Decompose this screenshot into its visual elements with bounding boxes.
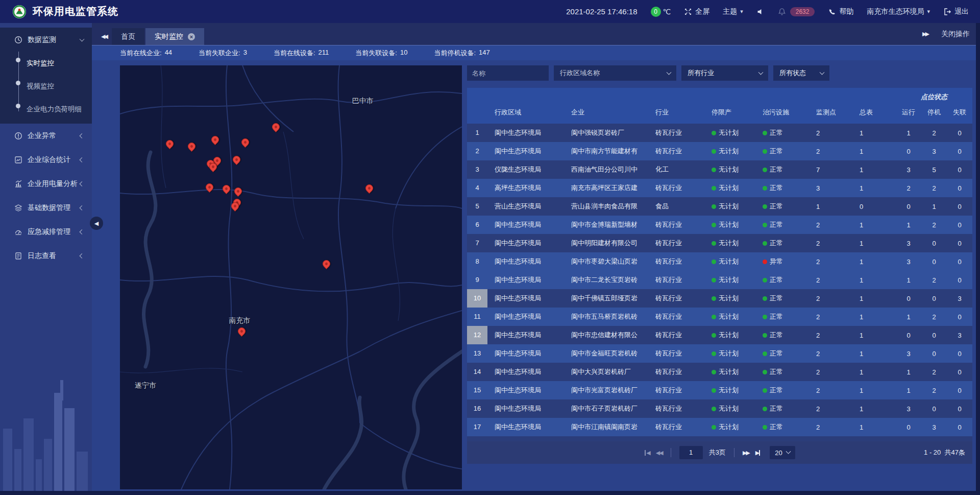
table-row[interactable]: 14阆中生态环境局阆中大兴页岩机砖厂砖瓦行业无计划正常21120 bbox=[467, 363, 972, 381]
clock-icon bbox=[14, 36, 22, 44]
table-row[interactable]: 10阆中生态环境局阆中千佛镇五郎垭页岩砖瓦行业无计划正常21003 bbox=[467, 289, 972, 308]
tabs-scroll-right-button[interactable]: ▶▶ bbox=[922, 31, 928, 37]
datetime: 2021-02-25 17:46:18 bbox=[566, 7, 637, 16]
table-row[interactable]: 16阆中生态环境局阆中市石子页岩机砖厂砖瓦行业无计划正常21300 bbox=[467, 399, 972, 418]
sidebar-subitem-power-load-detail[interactable]: 企业电力负荷明细 bbox=[0, 98, 92, 121]
cell-company: 阆中市江南镇阆南页岩 bbox=[564, 422, 648, 432]
page-size-select[interactable]: 20 bbox=[770, 446, 795, 459]
stat-item: 当前失联设备:10 bbox=[355, 49, 407, 58]
status-filter-select[interactable]: 所有状态 bbox=[773, 65, 829, 81]
cell-facility-status: 正常 bbox=[755, 331, 809, 340]
table-row[interactable]: 13阆中生态环境局阆中市金福旺页岩机砖砖瓦行业无计划正常21300 bbox=[467, 344, 972, 363]
sidebar-item-emergency[interactable]: 应急减排管理 bbox=[0, 220, 92, 244]
industry-filter-select[interactable]: 所有行业 bbox=[681, 65, 768, 81]
table-row[interactable]: 12阆中生态环境局阆中市忠信建材有限公砖瓦行业无计划正常21003 bbox=[467, 326, 972, 344]
chevron-down-icon: ▾ bbox=[740, 8, 743, 15]
tab-realtime-monitor[interactable]: 实时监控 × bbox=[145, 28, 204, 45]
first-page-button[interactable]: ◀ bbox=[644, 450, 649, 456]
table-row[interactable]: 2阆中生态环境局阆中市南方节能建材有砖瓦行业无计划正常21030 bbox=[467, 142, 972, 160]
close-operations-button[interactable]: 关闭操作 bbox=[941, 30, 970, 39]
row-index: 11 bbox=[467, 308, 487, 326]
theme-dropdown[interactable]: 主题 ▾ bbox=[723, 7, 743, 16]
table-row[interactable]: 5营山生态环境局营山县润丰肉食品有限食品无计划正常10010 bbox=[467, 197, 972, 216]
cell-total-meters: 1 bbox=[852, 276, 896, 284]
page-scrollbar-horizontal[interactable] bbox=[0, 491, 980, 495]
cell-lost: 0 bbox=[947, 129, 972, 137]
phone-icon bbox=[828, 8, 836, 16]
table-row[interactable]: 9阆中生态环境局阆中市二龙长宝页岩砖砖瓦行业无计划正常21120 bbox=[467, 271, 972, 289]
logout-label: 退出 bbox=[954, 7, 969, 16]
row-index: 17 bbox=[467, 418, 487, 436]
cell-industry: 砖瓦行业 bbox=[648, 147, 704, 156]
tab-close-icon[interactable]: × bbox=[188, 33, 195, 40]
sidebar-collapse-button[interactable]: ◀ bbox=[90, 217, 103, 230]
status-dot-icon bbox=[712, 241, 716, 246]
tabs-scroll-left-button[interactable]: ◀◀ bbox=[96, 28, 112, 45]
table-row[interactable]: 4高坪生态环境局南充市高坪区王家店建砖瓦行业无计划正常31220 bbox=[467, 179, 972, 197]
table-row[interactable]: 7阆中生态环境局阆中明阳建材有限公司砖瓦行业无计划正常21300 bbox=[467, 234, 972, 252]
map-roads bbox=[120, 65, 462, 489]
notifications-button[interactable]: 2632 bbox=[778, 7, 815, 16]
cell-facility-status: 正常 bbox=[755, 349, 809, 358]
region-filter-select[interactable]: 行政区域名称 bbox=[554, 65, 676, 81]
help-button[interactable]: 帮助 bbox=[828, 7, 853, 16]
org-dropdown[interactable]: 南充市生态环境局 ▾ bbox=[867, 7, 930, 16]
table-row[interactable]: 18南部生态环境局南部县砖兴水泥有限公建材行业无计划正常20020 bbox=[467, 436, 972, 441]
map-panel[interactable]: 巴中市南充市遂宁市 bbox=[120, 65, 462, 489]
cell-limit-status: 无计划 bbox=[704, 147, 755, 156]
table-row[interactable]: 17阆中生态环境局阆中市江南镇阆南页岩砖瓦行业无计划正常21030 bbox=[467, 418, 972, 436]
cell-company: 阆中明阳建材有限公司 bbox=[564, 239, 648, 248]
status-dot-icon bbox=[712, 333, 716, 338]
table-row[interactable]: 3仪陇生态环境局西南油气田分公司川中化工无计划正常71350 bbox=[467, 160, 972, 179]
cell-company: 南充市高坪区王家店建 bbox=[564, 183, 648, 193]
cell-running: 1 bbox=[896, 368, 921, 376]
cell-industry: 砖瓦行业 bbox=[648, 275, 704, 285]
last-page-button[interactable]: ▶ bbox=[755, 450, 761, 456]
map-city-label: 巴中市 bbox=[352, 97, 374, 106]
sidebar-subitem-video[interactable]: 视频监控 bbox=[0, 75, 92, 98]
table-row[interactable]: 1阆中生态环境局阆中强锐页岩砖厂砖瓦行业无计划正常21120 bbox=[467, 124, 972, 142]
chevron-left-icon bbox=[80, 157, 85, 162]
prev-page-button[interactable]: ◀◀ bbox=[656, 450, 663, 456]
table-row[interactable]: 6阆中生态环境局阆中市金博瑞新型墙材砖瓦行业无计划正常21120 bbox=[467, 216, 972, 234]
cell-limit-status: 无计划 bbox=[704, 275, 755, 285]
page-size-value: 20 bbox=[775, 449, 782, 457]
table-body: 1阆中生态环境局阆中强锐页岩砖厂砖瓦行业无计划正常211202阆中生态环境局阆中… bbox=[467, 124, 972, 441]
page-scrollbar-vertical[interactable] bbox=[976, 23, 980, 495]
cell-stopped: 1 bbox=[921, 203, 947, 210]
tab-home[interactable]: 首页 bbox=[112, 28, 144, 45]
tab-label: 首页 bbox=[121, 32, 135, 41]
cell-stopped: 2 bbox=[921, 276, 947, 284]
cell-facility-status: 正常 bbox=[755, 367, 809, 376]
sidebar-subitem-realtime[interactable]: 实时监控 bbox=[0, 52, 92, 75]
sidebar-item-power-analysis[interactable]: 企业用电量分析 bbox=[0, 172, 92, 196]
logout-button[interactable]: 退出 bbox=[943, 7, 969, 16]
mute-button[interactable] bbox=[756, 8, 765, 16]
table-row[interactable]: 8阆中生态环境局阆中市枣碧大梁山页岩砖瓦行业无计划异常21300 bbox=[467, 252, 972, 271]
cell-facility-status: 正常 bbox=[755, 165, 809, 174]
cell-facility-status: 正常 bbox=[755, 386, 809, 395]
chart-icon bbox=[14, 180, 22, 188]
sidebar-item-enterprise-stats[interactable]: 企业综合统计 bbox=[0, 148, 92, 172]
points-status-group-header: 点位状态 bbox=[896, 92, 972, 102]
status-dot-icon bbox=[763, 168, 767, 172]
table-row[interactable]: 11阆中生态环境局阆中市五马桥页岩机砖砖瓦行业无计划正常21120 bbox=[467, 308, 972, 326]
cell-industry: 砖瓦行业 bbox=[648, 404, 704, 413]
stats-icon bbox=[14, 156, 22, 164]
cell-limit-status: 无计划 bbox=[704, 349, 755, 358]
cell-total-meters: 1 bbox=[852, 240, 896, 247]
sidebar-item-base-data[interactable]: 基础数据管理 bbox=[0, 196, 92, 220]
cell-stopped: 2 bbox=[921, 184, 947, 192]
col-header: 治污设施 bbox=[755, 108, 809, 124]
sidebar-item-logs[interactable]: 日志查看 bbox=[0, 244, 92, 268]
cell-lost: 0 bbox=[947, 387, 972, 394]
next-page-button[interactable]: ▶▶ bbox=[743, 450, 749, 456]
cell-monitor-points: 2 bbox=[809, 387, 852, 394]
sidebar-item-data-monitor[interactable]: 数据监测 bbox=[0, 28, 92, 52]
cell-lost: 0 bbox=[947, 350, 972, 358]
sidebar-item-enterprise-abnormal[interactable]: 企业异常 bbox=[0, 124, 92, 148]
name-filter-input[interactable] bbox=[467, 65, 549, 81]
table-row[interactable]: 15阆中生态环境局阆中市光富页岩机砖厂砖瓦行业无计划正常21120 bbox=[467, 381, 972, 399]
fullscreen-button[interactable]: 全屏 bbox=[684, 7, 709, 16]
page-input[interactable]: 1 bbox=[679, 446, 703, 459]
